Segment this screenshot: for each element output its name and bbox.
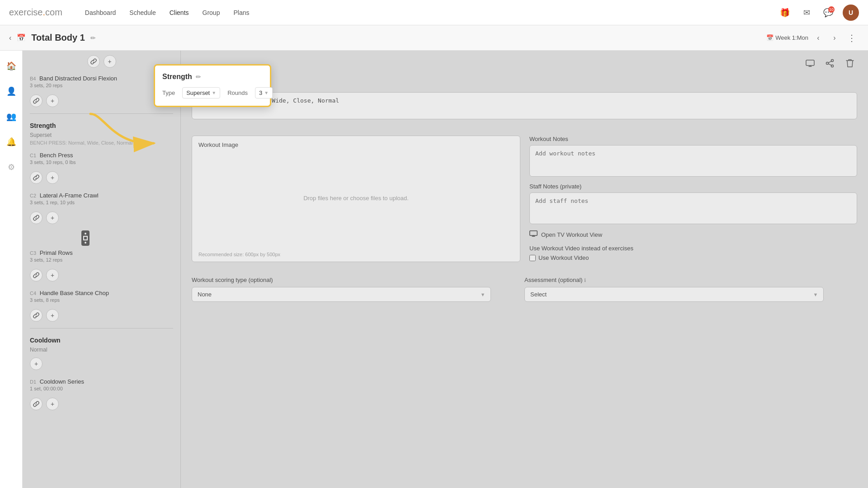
week-nav: 📅 Week 1:Mon ‹ › ⋮ — [766, 31, 859, 45]
block-notes-input[interactable]: BENCH PRESS: Normal, Wide, Close, Normal — [192, 92, 857, 119]
type-dropdown[interactable]: Superset ▼ — [182, 87, 220, 99]
calendar-button[interactable]: 📅 — [17, 33, 26, 42]
link-btn-2[interactable] — [30, 94, 42, 107]
type-label: Type — [162, 89, 175, 96]
scoring-select[interactable]: None ▼ — [192, 287, 491, 302]
week-prev-button[interactable]: ‹ — [812, 32, 825, 44]
nav-group[interactable]: Group — [203, 9, 220, 16]
assessment-chevron: ▼ — [813, 292, 818, 297]
group-header-strength: Strength — [23, 116, 180, 132]
add-btn-lateral[interactable]: + — [46, 211, 59, 224]
main-layout: 🏠 👤 👥 🔔 ⚙ + B4 Band Distracted Dorsi Fle… — [0, 51, 868, 488]
gift-icon[interactable]: 🎁 — [778, 5, 792, 20]
link-btn-bench[interactable] — [30, 171, 42, 184]
link-btn-primal[interactable] — [30, 269, 42, 282]
logo[interactable]: exercise.com — [9, 7, 62, 18]
chat-badge: 10 — [828, 6, 835, 13]
nav-dashboard[interactable]: Dashboard — [85, 9, 116, 16]
sidebar-icon-settings[interactable]: ⚙ — [3, 159, 19, 175]
chat-icon[interactable]: 💬 10 — [821, 5, 835, 20]
link-btn-cooldown[interactable] — [30, 398, 42, 410]
exercise-actions-bench: + — [23, 169, 180, 188]
exercise-detail-primal: 3 sets, 12 reps — [30, 257, 173, 263]
staff-notes-input[interactable] — [529, 192, 857, 224]
add-btn-primal[interactable]: + — [46, 269, 59, 282]
title-edit-icon[interactable]: ✏ — [90, 34, 96, 42]
drag-dot-1 — [85, 233, 86, 235]
exercise-detail-lateral: 3 sets, 1 rep, 10 yds — [30, 200, 173, 205]
drag-handle-wrapper[interactable] — [23, 229, 180, 246]
exercise-item-bench: C1 Bench Press 3 sets, 10 reps, 0 lbs — [23, 148, 180, 169]
week-next-button[interactable]: › — [828, 32, 841, 44]
add-btn-band[interactable]: + — [104, 55, 116, 68]
workout-detail-panel: Block notes BENCH PRESS: Normal, Wide, C… — [181, 51, 868, 488]
scoring-label: Workout scoring type (optional) — [192, 277, 524, 283]
share-header-icon[interactable] — [823, 56, 837, 70]
exercise-actions-lateral: + — [23, 209, 180, 229]
tv-view-label: Open TV Workout View — [541, 231, 602, 238]
use-video-row: Use Workout Video instead of exercises U… — [529, 245, 857, 261]
nav-schedule[interactable]: Schedule — [129, 9, 156, 16]
exercise-actions-cooldown: + — [23, 395, 180, 415]
exercise-group-strength: Strength Superset BENCH PRESS: Normal, W… — [23, 116, 180, 326]
panel-header-bar — [181, 51, 868, 76]
staff-notes-section: Staff Notes (private) — [529, 183, 857, 224]
add-btn-bench[interactable]: + — [46, 171, 59, 184]
exercise-name-primal: C3 Primal Rows — [30, 249, 173, 256]
workout-notes-box: Workout Notes Staff Notes (private) Open… — [529, 136, 857, 262]
block-notes-label: Block notes — [192, 83, 857, 89]
use-video-checkbox-label: Use Workout Video — [538, 254, 589, 261]
exercise-name-band: B4 Band Distracted Dorsi Flexion — [30, 75, 173, 82]
link-btn-lateral[interactable] — [30, 211, 42, 224]
sub-header: ‹ 📅 Total Body 1 ✏ 📅 Week 1:Mon ‹ › ⋮ — [0, 25, 868, 51]
link-btn-handle[interactable] — [30, 309, 42, 322]
add-btn-2[interactable]: + — [46, 94, 59, 107]
sidebar-icon-person[interactable]: 👤 — [3, 83, 19, 99]
tooltip-edit-icon[interactable]: ✏ — [196, 73, 201, 80]
workout-image-drop[interactable]: Drop files here or choose files to uploa… — [192, 148, 520, 248]
tooltip-card-body: Type Superset ▼ Rounds 3 ▼ — [162, 87, 263, 99]
scoring-row: Workout scoring type (optional) None ▼ A… — [181, 269, 868, 309]
scoring-value: None — [198, 291, 212, 298]
group-sub-cooldown: Normal — [23, 347, 180, 355]
workout-row: Workout Image Drop files here or choose … — [181, 128, 868, 269]
tv-header-icon[interactable] — [803, 56, 817, 70]
exercise-actions-handle: + — [23, 306, 180, 326]
staff-notes-label: Staff Notes (private) — [529, 183, 857, 190]
back-button[interactable]: ‹ — [9, 34, 11, 42]
tooltip-title: Strength — [162, 73, 192, 81]
assessment-value: Select — [530, 291, 547, 298]
top-nav: exercise.com Dashboard Schedule Clients … — [0, 0, 868, 25]
more-options-button[interactable]: ⋮ — [844, 31, 859, 45]
exercise-detail-bench: 3 sets, 10 reps, 0 lbs — [30, 160, 173, 165]
tv-view-row[interactable]: Open TV Workout View — [529, 230, 857, 239]
exercise-name-handle: C4 Handle Base Stance Chop — [30, 290, 173, 296]
workout-image-label: Workout Image — [192, 136, 520, 148]
assessment-select[interactable]: Select ▼ — [524, 287, 824, 302]
add-btn-handle[interactable]: + — [46, 309, 59, 322]
exercise-name-bench: C1 Bench Press — [30, 152, 173, 159]
exercise-actions-primal: + — [23, 266, 180, 286]
use-video-label: Use Workout Video instead of exercises — [529, 245, 857, 252]
image-hint: Recommended size: 600px by 500px — [192, 248, 520, 262]
separator-1 — [30, 113, 173, 114]
workout-notes-input[interactable] — [529, 145, 857, 177]
rounds-dropdown[interactable]: 3 ▼ — [255, 87, 273, 99]
mail-icon[interactable]: ✉ — [799, 5, 814, 20]
nav-clients[interactable]: Clients — [170, 9, 189, 16]
delete-header-icon[interactable] — [843, 56, 857, 70]
sidebar-icon-bell[interactable]: 🔔 — [3, 134, 19, 150]
add-btn-cooldown[interactable]: + — [30, 357, 42, 370]
nav-plans[interactable]: Plans — [233, 9, 249, 16]
use-video-checkbox-row: Use Workout Video — [529, 254, 857, 261]
assessment-col: Assessment (optional) ℹ Select ▼ — [524, 277, 857, 302]
link-btn-band[interactable] — [87, 55, 100, 68]
add-btn-cooldown-2[interactable]: + — [46, 398, 59, 410]
workout-notes-section: Workout Notes — [529, 136, 857, 177]
sidebar-icon-home[interactable]: 🏠 — [3, 58, 19, 74]
use-video-checkbox[interactable] — [529, 255, 536, 261]
separator-2 — [30, 328, 173, 328]
group-sub-strength: Superset — [23, 132, 180, 140]
sidebar-icon-group[interactable]: 👥 — [3, 108, 19, 125]
avatar[interactable]: U — [843, 5, 859, 21]
